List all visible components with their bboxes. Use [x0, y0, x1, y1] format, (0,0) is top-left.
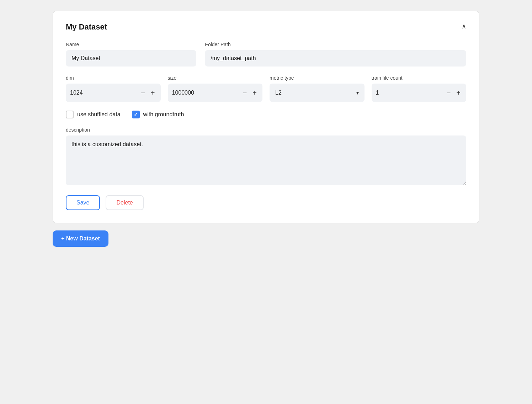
four-col-row: dim 1024 − + size 1000000 − + metric typ…: [66, 75, 466, 102]
page-wrapper: My Dataset ∧ Name Folder Path dim 1024 −: [53, 11, 479, 247]
size-group: size 1000000 − +: [168, 75, 263, 102]
card-title: My Dataset: [66, 22, 107, 32]
with-groundtruth-label: with groundtruth: [143, 111, 184, 118]
checkbox-row: use shuffled data with groundtruth: [66, 111, 466, 118]
use-shuffled-checkbox[interactable]: [66, 111, 74, 118]
collapse-icon[interactable]: ∧: [462, 22, 466, 30]
action-row: Save Delete: [66, 195, 466, 210]
metric-value: L2: [275, 90, 282, 96]
dim-value: 1024: [70, 90, 137, 96]
train-increment-button[interactable]: +: [455, 89, 462, 97]
folder-label: Folder Path: [205, 42, 466, 47]
size-decrement-button[interactable]: −: [241, 89, 249, 97]
name-group: Name: [66, 42, 196, 67]
name-label: Name: [66, 42, 196, 47]
folder-input[interactable]: [205, 50, 466, 67]
description-textarea[interactable]: this is a customized dataset.: [66, 135, 466, 185]
use-shuffled-label: use shuffled data: [77, 111, 121, 118]
dim-increment-button[interactable]: +: [149, 89, 156, 97]
card-header: My Dataset ∧: [66, 22, 466, 32]
train-stepper: 1 − +: [372, 84, 467, 102]
name-input[interactable]: [66, 50, 196, 67]
folder-group: Folder Path: [205, 42, 466, 67]
description-section: description this is a customized dataset…: [66, 127, 466, 185]
with-groundtruth-item[interactable]: with groundtruth: [132, 111, 184, 118]
dim-stepper: 1024 − +: [66, 84, 161, 102]
save-button[interactable]: Save: [66, 195, 100, 210]
name-folder-row: Name Folder Path: [66, 42, 466, 67]
train-group: train file count 1 − +: [372, 75, 467, 102]
metric-group: metric type L2 ▾: [270, 75, 365, 102]
train-value: 1: [376, 90, 442, 96]
metric-select[interactable]: L2 ▾: [270, 84, 365, 102]
delete-button[interactable]: Delete: [106, 195, 143, 210]
chevron-down-icon: ▾: [356, 90, 359, 96]
size-value: 1000000: [172, 90, 239, 96]
train-label: train file count: [372, 75, 467, 81]
train-decrement-button[interactable]: −: [445, 89, 452, 97]
size-label: size: [168, 75, 263, 81]
description-label: description: [66, 127, 466, 133]
size-stepper: 1000000 − +: [168, 84, 263, 102]
dim-label: dim: [66, 75, 161, 81]
size-increment-button[interactable]: +: [251, 89, 258, 97]
dataset-card: My Dataset ∧ Name Folder Path dim 1024 −: [53, 11, 479, 223]
dim-group: dim 1024 − +: [66, 75, 161, 102]
dim-decrement-button[interactable]: −: [139, 89, 147, 97]
metric-label: metric type: [270, 75, 365, 81]
new-dataset-button[interactable]: + New Dataset: [53, 230, 108, 247]
with-groundtruth-checkbox[interactable]: [132, 111, 140, 118]
use-shuffled-item[interactable]: use shuffled data: [66, 111, 121, 118]
